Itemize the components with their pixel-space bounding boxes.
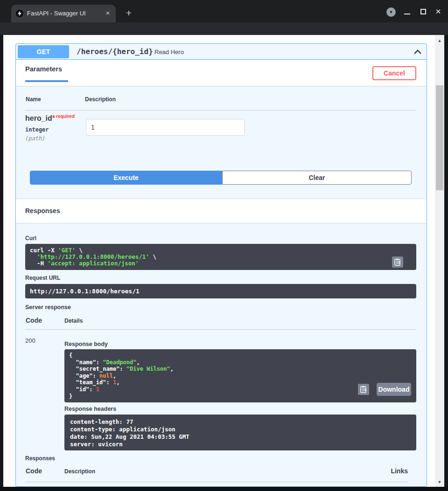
param-type: integer (25, 126, 49, 133)
divider (25, 482, 408, 482)
window-border-bottom (0, 487, 448, 491)
required-asterisk: * (52, 114, 55, 122)
hero-id-input[interactable] (86, 119, 245, 136)
parameters-header: Parameters Cancel (16, 60, 427, 86)
param-location: (path) (25, 135, 45, 142)
scrollbar[interactable]: ▲ ▼ (435, 35, 444, 487)
column-description: Description (64, 468, 95, 475)
tab-bar: FastAPI - Swagger UI × + ▼ ✕ (0, 0, 448, 22)
response-headers: content-length: 77content-type: applicat… (64, 415, 416, 450)
method-badge-get: GET (18, 45, 69, 58)
tab-title: FastAPI - Swagger UI (27, 5, 86, 22)
required-label: required (56, 114, 75, 119)
browser-tab[interactable]: FastAPI - Swagger UI × (11, 5, 116, 22)
window-border-right (444, 35, 448, 491)
fastapi-favicon-icon (16, 10, 23, 17)
column-name: Name (26, 96, 41, 103)
responses-header: Responses (16, 199, 427, 223)
download-button[interactable]: Download (377, 383, 411, 396)
server-response-label: Server response (25, 304, 71, 311)
scrollbar-thumb[interactable] (436, 85, 443, 190)
opblock-summary[interactable]: GET /heroes/{hero_id} Read Hero (16, 44, 427, 60)
operation-path: /heroes/{hero_id} (77, 44, 153, 60)
operation-summary: Read Hero (154, 44, 184, 60)
window-border-left (0, 35, 3, 491)
status-code: 200 (25, 337, 35, 344)
column-code: Code (26, 317, 42, 324)
response-headers-label: Response headers (64, 406, 116, 412)
window-maximize-button[interactable] (420, 9, 426, 14)
execute-button[interactable]: Execute (30, 171, 222, 185)
opblock-get-heroes: GET /heroes/{hero_id} Read Hero Paramete… (15, 43, 427, 487)
responses-title: Responses (25, 207, 60, 214)
param-name: hero_id*required (25, 114, 75, 123)
tab-close-icon[interactable]: × (104, 5, 112, 22)
copy-curl-button[interactable] (392, 256, 403, 268)
column-code: Code (26, 467, 42, 475)
cancel-button[interactable]: Cancel (372, 66, 416, 80)
documented-responses-label: Responses (25, 455, 55, 462)
request-url-label: Request URL (25, 275, 60, 281)
browser-toolbar: ← → ↻ i 127.0.0.1:8000/docs#/default/rea… (0, 22, 448, 35)
column-details: Details (64, 318, 83, 324)
scrollbar-up-icon[interactable]: ▲ (437, 39, 442, 42)
browser-window: FastAPI - Swagger UI × + ▼ ✕ ← → ↻ i 127… (0, 0, 448, 491)
column-links: Links (391, 467, 408, 475)
active-tab-underline (25, 80, 68, 82)
collapse-chevron-icon[interactable] (412, 47, 424, 57)
scrollbar-down-icon[interactable]: ▼ (437, 480, 442, 484)
server-response-table-header: Code Details (25, 316, 416, 330)
parameters-table-header: Name Description (25, 95, 416, 111)
response-body-label: Response body (64, 341, 108, 347)
window-close-button[interactable]: ✕ (433, 5, 443, 18)
documented-responses-header: Code Description Links (25, 466, 416, 480)
column-description: Description (85, 96, 116, 103)
curl-label: Curl (25, 235, 36, 242)
tab-search-icon[interactable]: ▼ (386, 7, 396, 17)
request-url-value: http://127.0.0.1:8000/heroes/1 (25, 284, 416, 298)
window-minimize-button[interactable] (404, 14, 410, 14)
curl-command: curl -X 'GET' \ 'http://127.0.0.1:8000/h… (25, 244, 416, 270)
tab-parameters[interactable]: Parameters (25, 65, 62, 73)
clear-button[interactable]: Clear (222, 171, 412, 185)
copy-response-button[interactable] (358, 384, 369, 395)
new-tab-button[interactable]: + (122, 5, 135, 22)
